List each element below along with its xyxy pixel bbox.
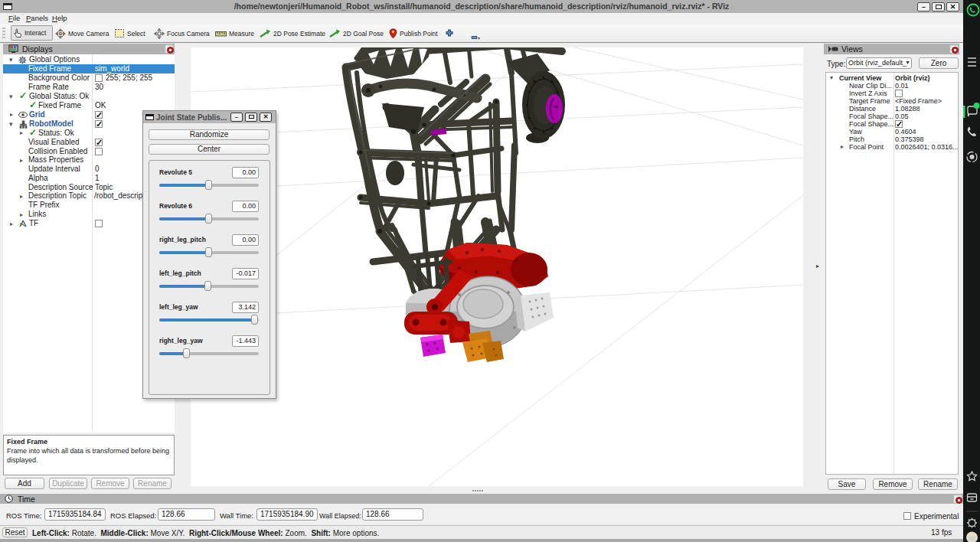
svg-text:ACT: ACT bbox=[969, 537, 975, 540]
